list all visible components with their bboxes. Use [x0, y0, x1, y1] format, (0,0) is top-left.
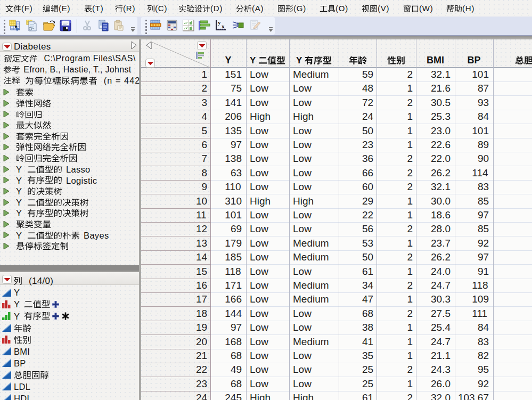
svg-text:y: y [218, 20, 221, 26]
svg-text:x: x [222, 23, 225, 29]
